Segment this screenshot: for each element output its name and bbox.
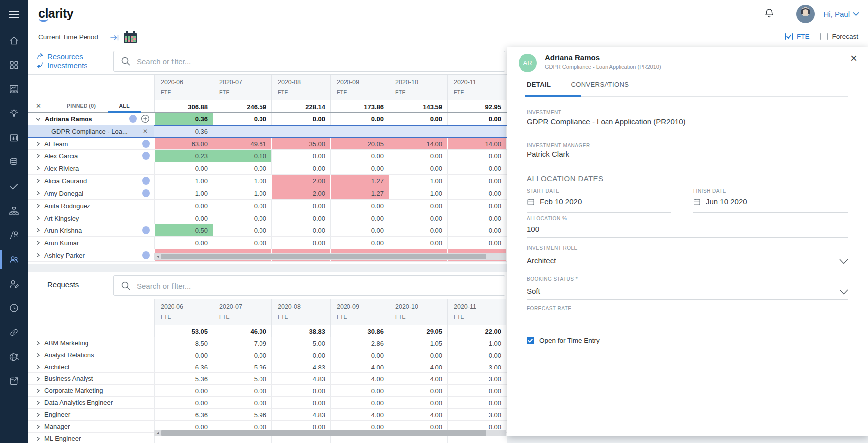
row-label-cell[interactable]: Ashley Parker — [28, 249, 154, 261]
fte-cell[interactable]: 0.00 — [447, 224, 506, 236]
fte-cell[interactable]: 4.83 — [271, 373, 330, 384]
row-label-cell[interactable]: Amy Donegal — [28, 187, 154, 199]
fte-cell[interactable]: 5.00 — [271, 337, 330, 349]
fte-cell[interactable]: 0.00 — [447, 237, 506, 249]
table-row[interactable]: Business Analyst5.365.004.834.004.003.00 — [28, 373, 507, 385]
fte-cell[interactable]: 0.00 — [330, 200, 389, 212]
fte-cell[interactable]: 0.00 — [213, 113, 271, 125]
sidebar-item-boards[interactable] — [0, 53, 28, 77]
fte-cell[interactable]: 1.27 — [330, 187, 389, 199]
sidebar-item-staffing[interactable] — [0, 247, 28, 272]
tab-all[interactable]: ALL — [108, 100, 141, 112]
fte-cell[interactable]: 2.86 — [330, 337, 389, 349]
sidebar-item-links[interactable] — [0, 320, 28, 345]
fte-cell[interactable]: 0.00 — [154, 212, 213, 224]
fte-cell[interactable]: 0.00 — [447, 385, 506, 396]
fte-cell[interactable]: 0.00 — [271, 212, 330, 224]
fte-cell[interactable]: 0.00 — [447, 212, 506, 224]
fte-cell[interactable]: 0.00 — [330, 113, 389, 125]
row-label-cell[interactable]: Alex Garcia — [28, 150, 154, 162]
fte-cell[interactable]: 0.10 — [213, 150, 271, 162]
row-label-cell[interactable]: Data Analytics Engineer — [28, 397, 154, 408]
table-row[interactable]: Art Kingsley0.000.000.000.000.000.00 — [28, 212, 507, 224]
fte-cell[interactable]: 0.00 — [447, 175, 506, 187]
fte-cell[interactable]: 0.00 — [389, 397, 447, 408]
fte-cell[interactable]: 0.00 — [213, 385, 271, 396]
fte-cell[interactable]: 0.00 — [154, 200, 213, 212]
row-label-cell[interactable]: Business Analyst — [28, 373, 154, 384]
fte-cell[interactable]: 14.00 — [389, 138, 447, 149]
chevron-down-icon[interactable] — [839, 257, 848, 266]
scrollbar-thumb[interactable] — [161, 430, 486, 436]
fte-cell[interactable]: 5.00 — [213, 373, 271, 384]
scroll-left-arrow[interactable]: ◄ — [154, 253, 161, 260]
table-row[interactable]: GDPR Compliance - Loa...✕0.36 — [28, 125, 507, 138]
fte-cell[interactable]: 0.00 — [447, 349, 506, 361]
search-input[interactable] — [137, 57, 498, 66]
sidebar-item-ideas[interactable] — [0, 101, 28, 126]
chevron-right-icon[interactable] — [36, 240, 40, 245]
row-label-cell[interactable]: Architect — [28, 361, 154, 372]
fte-cell[interactable]: 4.83 — [271, 361, 330, 372]
fte-cell[interactable]: 0.00 — [213, 349, 271, 361]
fte-cell[interactable]: 1.05 — [389, 337, 447, 349]
fte-cell[interactable]: 4.00 — [330, 361, 389, 372]
fte-cell[interactable]: 0.00 — [154, 385, 213, 396]
calendar-picker-icon[interactable] — [124, 33, 137, 43]
fte-cell[interactable]: 0.00 — [271, 150, 330, 162]
fte-cell[interactable]: 3.00 — [447, 373, 506, 384]
row-label-cell[interactable]: ML Engineer — [28, 433, 154, 443]
horizontal-scrollbar[interactable]: ◄ — [154, 253, 506, 260]
fte-cell[interactable]: 4.83 — [271, 409, 330, 420]
chevron-right-icon[interactable] — [36, 353, 40, 358]
fte-cell[interactable] — [389, 125, 447, 137]
sidebar-item-home[interactable] — [0, 28, 28, 53]
table-row[interactable]: ABM Marketing8.507.095.002.861.051.00 — [28, 337, 507, 349]
fte-cell[interactable]: 0.00 — [213, 397, 271, 408]
fte-cell[interactable]: 3.00 — [447, 361, 506, 372]
fte-cell[interactable]: 20.05 — [330, 138, 389, 149]
finish-date-field[interactable]: Jun 10 2020 — [693, 197, 747, 206]
chevron-right-icon[interactable] — [36, 203, 40, 208]
row-label-cell[interactable]: Manager — [28, 421, 154, 432]
fte-cell[interactable]: 0.50 — [154, 224, 213, 236]
sidebar-item-resources[interactable] — [0, 272, 28, 296]
horizontal-scrollbar[interactable]: ◄ — [154, 430, 506, 436]
table-row[interactable]: Alex Riviera0.000.000.000.000.000.00 — [28, 162, 507, 175]
fte-cell[interactable]: 0.00 — [154, 162, 213, 174]
investment-role-dropdown[interactable]: Architect — [527, 256, 556, 265]
fte-cell[interactable]: 1.00 — [213, 175, 271, 187]
chevron-right-icon[interactable] — [36, 424, 40, 429]
fte-cell[interactable]: 1.00 — [389, 175, 447, 187]
fte-cell[interactable]: 0.00 — [447, 113, 506, 125]
fte-cell[interactable]: 0.00 — [271, 385, 330, 396]
time-entry-checkbox[interactable]: Open for Time Entry — [527, 337, 600, 344]
fte-cell[interactable]: 4.00 — [389, 409, 447, 420]
fte-cell[interactable]: 0.00 — [213, 200, 271, 212]
fte-cell[interactable]: 0.00 — [389, 349, 447, 361]
chevron-right-icon[interactable] — [36, 228, 40, 233]
fte-cell[interactable]: 0.00 — [389, 385, 447, 396]
fte-cell[interactable]: 14.00 — [447, 138, 506, 149]
tab-detail[interactable]: DETAIL — [527, 81, 551, 88]
fte-cell[interactable]: 4.00 — [330, 373, 389, 384]
remove-row-icon[interactable]: ✕ — [143, 128, 150, 135]
time-period-field[interactable]: Current Time Period — [37, 32, 106, 43]
fte-cell[interactable]: 0.00 — [330, 385, 389, 396]
fte-cell[interactable]: 0.00 — [447, 200, 506, 212]
fte-cell[interactable]: 4.00 — [330, 409, 389, 420]
sidebar-item-community[interactable] — [0, 345, 28, 369]
table-row[interactable]: Adriana Ramos0.360.000.000.000.000.00 — [28, 113, 507, 125]
row-label-cell[interactable]: Corporate Marketing — [28, 385, 154, 396]
fte-cell[interactable]: 0.00 — [389, 150, 447, 162]
table-row[interactable]: Corporate Marketing0.000.000.000.000.000… — [28, 385, 507, 397]
add-investment-icon[interactable] — [141, 114, 150, 123]
fte-cell[interactable]: 0.00 — [447, 162, 506, 174]
goto-period-icon[interactable] — [110, 34, 120, 41]
row-label-cell[interactable]: Art Kingsley — [28, 212, 154, 224]
fte-cell[interactable]: 49.61 — [213, 138, 271, 149]
fte-cell[interactable]: 0.36 — [154, 125, 213, 137]
fte-cell[interactable]: 0.00 — [271, 162, 330, 174]
fte-cell[interactable]: 0.00 — [271, 397, 330, 408]
row-label-cell[interactable]: Adriana Ramos — [28, 113, 154, 125]
